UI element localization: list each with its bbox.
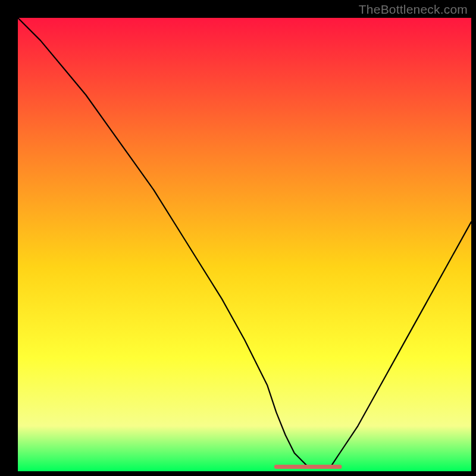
chart-frame: TheBottleneck.com [0, 0, 476, 476]
plot-area [18, 18, 471, 471]
watermark-text: TheBottleneck.com [359, 2, 468, 17]
bottleneck-chart [0, 0, 476, 476]
